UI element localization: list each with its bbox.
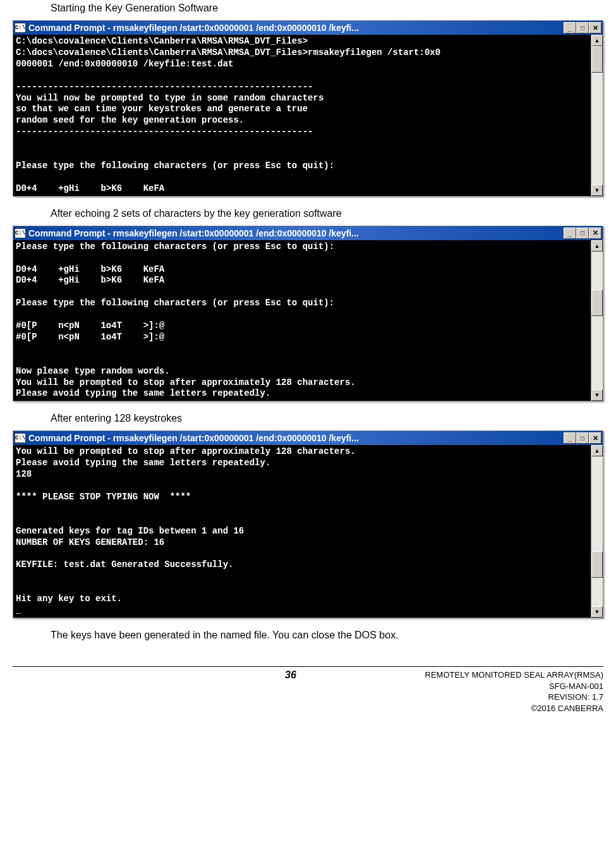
close-button[interactable]: ✕ xyxy=(589,22,601,34)
page-number: 36 xyxy=(13,669,334,714)
scroll-track[interactable] xyxy=(591,252,603,390)
window-title: Command Prompt - rmsakeyfilegen /start:0… xyxy=(28,23,564,33)
minimize-button[interactable]: _ xyxy=(564,228,576,239)
scroll-up-icon[interactable]: ▲ xyxy=(591,445,603,456)
footer-line-1: REMOTELY MONITORED SEAL ARRAY(RMSA) xyxy=(334,669,603,681)
maximize-button[interactable]: □ xyxy=(576,432,589,444)
window-title: Command Prompt - rmsakeyfilegen /start:0… xyxy=(28,433,564,443)
footer-line-3: REVISION: 1.7 xyxy=(334,692,603,703)
cmd-icon: C:\ xyxy=(15,433,26,443)
maximize-button[interactable]: □ xyxy=(576,22,589,34)
minimize-button[interactable]: _ xyxy=(564,22,576,34)
cmd-icon: C:\ xyxy=(15,23,26,33)
terminal-output-2: Please type the following characters (or… xyxy=(13,240,591,401)
titlebar: C:\ Command Prompt - rmsakeyfilegen /sta… xyxy=(13,226,603,240)
scroll-thumb[interactable] xyxy=(591,290,603,316)
window-title: Command Prompt - rmsakeyfilegen /start:0… xyxy=(28,228,564,238)
cmd-window-1: C:\ Command Prompt - rmsakeyfilegen /sta… xyxy=(13,20,603,197)
scroll-up-icon[interactable]: ▲ xyxy=(591,240,603,252)
scroll-thumb[interactable] xyxy=(591,551,603,578)
close-button[interactable]: ✕ xyxy=(589,228,601,239)
minimize-button[interactable]: _ xyxy=(564,432,576,444)
scroll-down-icon[interactable]: ▼ xyxy=(591,389,603,401)
scrollbar[interactable]: ▲ ▼ xyxy=(591,445,603,618)
footer-divider xyxy=(13,666,603,667)
scroll-track[interactable] xyxy=(591,456,603,606)
scroll-up-icon[interactable]: ▲ xyxy=(591,35,603,46)
caption-1: Starting the Key Generation Software xyxy=(51,3,603,14)
caption-3: After entering 128 keystrokes xyxy=(51,413,603,424)
scroll-down-icon[interactable]: ▼ xyxy=(591,606,603,618)
scroll-track[interactable] xyxy=(591,46,603,185)
titlebar: C:\ Command Prompt - rmsakeyfilegen /sta… xyxy=(13,21,603,35)
maximize-button[interactable]: □ xyxy=(576,228,589,239)
cmd-window-3: C:\ Command Prompt - rmsakeyfilegen /sta… xyxy=(13,430,603,618)
scrollbar[interactable]: ▲ ▼ xyxy=(591,240,603,401)
terminal-output-1: C:\docs\covalence\Clients\Canberra\RMSA\… xyxy=(13,35,591,196)
caption-2: After echoing 2 sets of characters by th… xyxy=(51,208,603,219)
titlebar: C:\ Command Prompt - rmsakeyfilegen /sta… xyxy=(13,431,603,445)
cmd-window-2: C:\ Command Prompt - rmsakeyfilegen /sta… xyxy=(13,226,603,402)
scrollbar[interactable]: ▲ ▼ xyxy=(591,35,603,196)
terminal-output-3: You will be prompted to stop after appro… xyxy=(13,445,591,618)
scroll-down-icon[interactable]: ▼ xyxy=(591,185,603,196)
close-button[interactable]: ✕ xyxy=(589,432,601,444)
caption-4: The keys have been generated in the name… xyxy=(51,630,603,641)
cmd-icon: C:\ xyxy=(15,228,26,238)
scroll-thumb[interactable] xyxy=(591,46,603,73)
footer-line-2: SFG-MAN-001 xyxy=(334,681,603,692)
footer-line-4: ©2016 CANBERRA xyxy=(334,703,603,714)
page-footer: 36 REMOTELY MONITORED SEAL ARRAY(RMSA) S… xyxy=(13,669,603,714)
